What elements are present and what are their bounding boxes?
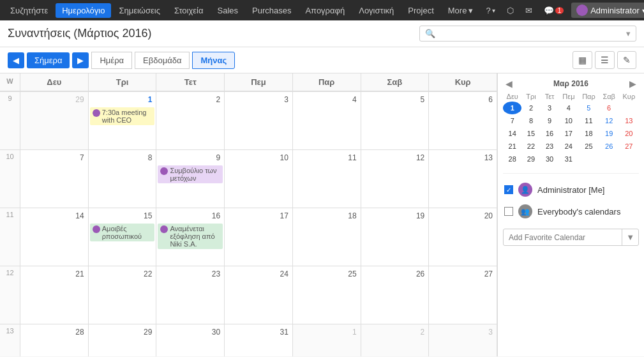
mini-cal-day[interactable]: 20 bbox=[619, 127, 639, 140]
today-button[interactable]: Σήμερα bbox=[27, 52, 70, 68]
navbar-item-contacts[interactable]: Στοιχεία bbox=[168, 3, 210, 18]
help-button[interactable]: ? ▾ bbox=[482, 4, 498, 17]
mini-cal-day[interactable]: 29 bbox=[521, 153, 540, 165]
navbar-item-accounting[interactable]: Λογιστική bbox=[352, 3, 400, 18]
week-view-button[interactable]: Εβδομάδα bbox=[135, 52, 190, 69]
calendar-day-cell[interactable]: 9Συμβούλιο των μετόχων bbox=[156, 150, 225, 208]
mini-cal-day[interactable]: 14 bbox=[503, 127, 521, 140]
calendar-day-cell[interactable]: 11 bbox=[293, 150, 361, 208]
calendar-event[interactable]: 7:30a meeting with CEO bbox=[90, 107, 155, 125]
admin-menu[interactable]: Administrator ▾ bbox=[571, 3, 644, 18]
calendar-checkbox[interactable]: ✓ bbox=[504, 185, 513, 194]
mini-prev-button[interactable]: ◀ bbox=[503, 79, 515, 89]
mini-cal-day[interactable]: 18 bbox=[578, 127, 599, 140]
search-input[interactable] bbox=[439, 29, 622, 38]
calendar-event[interactable]: Συμβούλιο των μετόχων bbox=[158, 165, 223, 183]
calendar-day-cell[interactable]: 8 bbox=[89, 150, 157, 208]
calendar-day-cell[interactable]: 7 bbox=[20, 150, 89, 208]
mini-cal-day[interactable]: 21 bbox=[503, 140, 521, 153]
calendar-day-cell[interactable]: 18 bbox=[293, 208, 361, 266]
calendar-day-cell[interactable]: 26 bbox=[361, 266, 430, 324]
mini-cal-day[interactable]: 25 bbox=[578, 140, 599, 153]
navbar-item-notes[interactable]: Σημειώσεις bbox=[112, 3, 167, 18]
mini-cal-day[interactable]: 9 bbox=[541, 114, 559, 127]
mini-cal-day[interactable]: 11 bbox=[578, 114, 599, 127]
calendar-day-cell[interactable]: 22 bbox=[89, 266, 157, 324]
calendar-day-cell[interactable]: 1 bbox=[293, 324, 361, 356]
mail-button[interactable]: ✉ bbox=[521, 4, 536, 17]
mini-cal-day[interactable] bbox=[578, 153, 599, 165]
mini-cal-day[interactable] bbox=[599, 153, 619, 165]
calendar-day-cell[interactable]: 3 bbox=[225, 92, 293, 149]
mini-next-button[interactable]: ▶ bbox=[627, 79, 639, 89]
mini-cal-day[interactable]: 7 bbox=[503, 114, 521, 127]
mini-cal-day[interactable]: 12 bbox=[599, 114, 619, 127]
calendar-view-icon-button[interactable]: ▦ bbox=[573, 51, 592, 69]
mini-cal-day[interactable]: 2 bbox=[521, 102, 540, 114]
calendar-day-cell[interactable]: 17 bbox=[225, 208, 293, 266]
mini-cal-day[interactable]: 1 bbox=[503, 102, 521, 114]
calendar-day-cell[interactable]: 4 bbox=[293, 92, 361, 149]
mini-cal-day[interactable]: 26 bbox=[599, 140, 619, 153]
calendar-day-cell[interactable]: 16Αναμένεται εξόφληση από Niki S.A. bbox=[156, 208, 225, 266]
calendar-day-cell[interactable]: 20 bbox=[429, 208, 497, 266]
edit-icon-button[interactable]: ✎ bbox=[617, 51, 636, 69]
navbar-item-more[interactable]: More ▾ bbox=[442, 3, 480, 18]
chat-button[interactable]: 💬 1 bbox=[540, 4, 568, 17]
mini-cal-day[interactable]: 24 bbox=[559, 140, 579, 153]
mini-cal-day[interactable]: 28 bbox=[503, 153, 521, 165]
calendar-event[interactable]: Αναμένεται εξόφληση από Niki S.A. bbox=[158, 224, 223, 249]
calendar-day-cell[interactable]: 10 bbox=[225, 150, 293, 208]
mini-cal-day[interactable]: 3 bbox=[541, 102, 559, 114]
calendar-day-cell[interactable]: 31 bbox=[225, 324, 293, 356]
calendar-day-cell[interactable]: 13 bbox=[429, 150, 497, 208]
navbar-item-project[interactable]: Project bbox=[401, 3, 440, 18]
next-button[interactable]: ▶ bbox=[72, 52, 89, 68]
search-dropdown-arrow[interactable]: ▾ bbox=[626, 29, 631, 38]
calendar-day-cell[interactable]: 3 bbox=[429, 324, 497, 356]
calendar-day-cell[interactable]: 19 bbox=[361, 208, 430, 266]
navbar-item-calendar[interactable]: Ημερολόγιο bbox=[56, 3, 111, 18]
share-button[interactable]: ⬡ bbox=[503, 4, 518, 17]
mini-cal-day[interactable]: 22 bbox=[521, 140, 540, 153]
mini-cal-day[interactable]: 4 bbox=[559, 102, 579, 114]
calendar-day-cell[interactable]: 24 bbox=[225, 266, 293, 324]
calendar-day-cell[interactable]: 12 bbox=[361, 150, 430, 208]
mini-cal-day[interactable]: 8 bbox=[521, 114, 540, 127]
navbar-item-purchases[interactable]: Purchases bbox=[246, 3, 297, 18]
prev-button[interactable]: ◀ bbox=[8, 52, 24, 68]
calendar-day-cell[interactable]: 2 bbox=[156, 92, 225, 149]
calendar-day-cell[interactable]: 30 bbox=[156, 324, 225, 356]
calendar-checkbox[interactable] bbox=[504, 207, 513, 216]
calendar-day-cell[interactable]: 6 bbox=[429, 92, 497, 149]
day-view-button[interactable]: Ημέρα bbox=[91, 52, 132, 69]
mini-cal-day[interactable]: 23 bbox=[541, 140, 559, 153]
list-view-icon-button[interactable]: ☰ bbox=[595, 51, 615, 69]
navbar-item-discuss[interactable]: Συζητήστε bbox=[4, 3, 54, 18]
mini-cal-day[interactable]: 16 bbox=[541, 127, 559, 140]
mini-cal-day[interactable]: 15 bbox=[521, 127, 540, 140]
mini-cal-day[interactable]: 6 bbox=[599, 102, 619, 114]
mini-cal-day[interactable]: 27 bbox=[619, 140, 639, 153]
calendar-day-cell[interactable]: 23 bbox=[156, 266, 225, 324]
calendar-day-cell[interactable]: 27 bbox=[429, 266, 497, 324]
calendar-day-cell[interactable]: 2 bbox=[361, 324, 430, 356]
calendar-day-cell[interactable]: 21 bbox=[20, 266, 89, 324]
add-calendar-dropdown-arrow[interactable]: ▼ bbox=[622, 229, 638, 245]
mini-cal-day[interactable]: 19 bbox=[599, 127, 619, 140]
mini-cal-day[interactable]: 17 bbox=[559, 127, 579, 140]
calendar-day-cell[interactable]: 29 bbox=[89, 324, 157, 356]
calendar-list-item[interactable]: 👥Everybody's calendars bbox=[503, 201, 639, 222]
mini-cal-day[interactable]: 5 bbox=[578, 102, 599, 114]
calendar-day-cell[interactable]: 5 bbox=[361, 92, 430, 149]
navbar-item-sales[interactable]: Sales bbox=[211, 3, 244, 18]
month-view-button[interactable]: Μήνας bbox=[192, 52, 235, 69]
calendar-list-item[interactable]: ✓👤Administrator [Me] bbox=[503, 179, 639, 201]
calendar-day-cell[interactable]: 25 bbox=[293, 266, 361, 324]
calendar-day-cell[interactable]: 15Αμοιβές ρποσωπικού bbox=[89, 208, 157, 266]
mini-cal-day[interactable]: 31 bbox=[559, 153, 579, 165]
mini-cal-day[interactable]: 30 bbox=[541, 153, 559, 165]
calendar-day-cell[interactable]: 14 bbox=[20, 208, 89, 266]
add-calendar-field[interactable]: ▼ bbox=[503, 229, 639, 246]
mini-cal-day[interactable]: 13 bbox=[619, 114, 639, 127]
